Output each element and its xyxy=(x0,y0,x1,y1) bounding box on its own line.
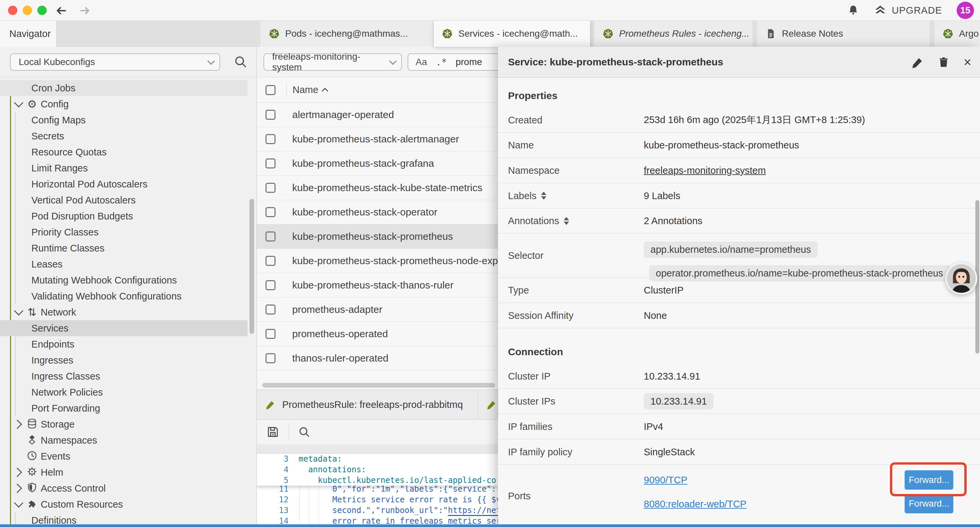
table-row[interactable]: kube-prometheus-stack-alertmanager xyxy=(257,127,498,151)
sidebar-item-secrets[interactable]: Secrets xyxy=(0,128,248,144)
assistant-avatar[interactable] xyxy=(945,263,977,295)
sidebar-item-storage[interactable]: Storage xyxy=(0,416,248,432)
editor-dock-tab-prometheusrule[interactable]: PrometheusRule: freeleaps-prod-rabbitmq xyxy=(257,390,478,419)
sidebar-item-leases[interactable]: Leases xyxy=(0,256,248,272)
chevron-right-icon[interactable] xyxy=(13,420,22,429)
yaml-editor[interactable]: 110","for":"1m","labels":{"service":12Me… xyxy=(257,454,498,525)
sidebar-item-cron-jobs[interactable]: Cron Jobs xyxy=(0,80,248,96)
sidebar-item-ingresses[interactable]: Ingresses xyxy=(0,352,248,368)
kubeconfig-selector[interactable]: Local Kubeconfigs xyxy=(10,53,220,71)
traffic-light-close-icon[interactable] xyxy=(8,6,18,15)
workspace-tab-3[interactable]: Prometheus Rules - icecheng... xyxy=(594,21,753,47)
sidebar-item-custom-resources[interactable]: Custom Resources xyxy=(0,496,248,512)
delete-trash-icon[interactable] xyxy=(938,56,950,68)
regex-icon[interactable]: .* xyxy=(436,57,447,68)
sidebar-item-runtime-classes[interactable]: Runtime Classes xyxy=(0,240,248,256)
select-all-checkbox[interactable] xyxy=(266,85,275,95)
sidebar-item-helm[interactable]: Helm xyxy=(0,464,248,480)
namespace-link[interactable]: freeleaps-monitoring-system xyxy=(644,165,766,176)
sidebar-item-mutating-webhook-configurations[interactable]: Mutating Webhook Configurations xyxy=(0,272,248,288)
name-column-header[interactable]: Name xyxy=(293,84,328,96)
table-row[interactable]: thanos-ruler-operated xyxy=(257,346,498,371)
close-icon[interactable]: × xyxy=(964,55,971,70)
sidebar-item-ingress-classes[interactable]: Ingress Classes xyxy=(0,368,248,384)
chevron-down-icon[interactable] xyxy=(14,498,23,508)
sidebar-item-network[interactable]: ⇅Network xyxy=(0,304,248,320)
sidebar-item-port-forwarding[interactable]: Port Forwarding xyxy=(0,400,248,416)
workspace-tab-4[interactable]: Release Notes xyxy=(757,21,930,47)
service-name-cell: kube-prometheus-stack-kube-state-metrics xyxy=(292,182,482,193)
workspace-tab-2[interactable]: Services - icecheng@math...× xyxy=(434,21,590,47)
row-checkbox[interactable] xyxy=(266,256,275,266)
traffic-light-minimize-icon[interactable] xyxy=(23,6,32,15)
upgrade-button[interactable]: UPGRADE xyxy=(874,4,942,17)
row-checkbox[interactable] xyxy=(266,329,275,339)
sidebar-item-limit-ranges[interactable]: Limit Ranges xyxy=(0,160,248,176)
editor-search-icon[interactable] xyxy=(298,426,310,438)
traffic-light-zoom-icon[interactable] xyxy=(37,6,47,15)
sidebar-item-network-policies[interactable]: Network Policies xyxy=(0,384,248,400)
table-row[interactable]: kube-prometheus-stack-prometheus xyxy=(257,224,498,249)
sidebar-item-endpoints[interactable]: Endpoints xyxy=(0,336,248,352)
table-row[interactable]: prometheus-adapter xyxy=(257,298,498,322)
chevron-down-icon[interactable] xyxy=(14,98,23,107)
save-icon[interactable] xyxy=(266,425,280,439)
row-checkbox[interactable] xyxy=(266,183,275,193)
sort-updown-icon[interactable] xyxy=(541,192,546,200)
table-row[interactable]: kube-prometheus-stack-prometheus-node-ex… xyxy=(257,249,498,273)
workspace-tab-5[interactable]: Argo Se xyxy=(934,21,980,47)
sidebar-search-icon[interactable] xyxy=(234,55,248,69)
sidebar-item-vertical-pod-autoscalers[interactable]: Vertical Pod Autoscalers xyxy=(0,192,248,208)
table-row[interactable]: prometheus-operated xyxy=(257,322,498,346)
edit-pencil-icon[interactable] xyxy=(912,56,924,68)
namespace-selector[interactable]: freeleaps-monitoring-system xyxy=(264,53,402,71)
row-checkbox[interactable] xyxy=(266,134,275,144)
sidebar-scrollbar[interactable] xyxy=(250,199,254,334)
kubeconfig-selector-value: Local Kubeconfigs xyxy=(19,57,95,67)
services-search-input[interactable]: Aa .* prome xyxy=(407,53,498,71)
forward-button[interactable] xyxy=(77,3,92,18)
sidebar-item-pod-disruption-budgets[interactable]: Pod Disruption Budgets xyxy=(0,208,248,224)
notifications-bell-icon[interactable] xyxy=(847,4,859,16)
row-checkbox[interactable] xyxy=(266,158,275,169)
table-row[interactable]: kube-prometheus-stack-grafana xyxy=(257,151,498,176)
tab-close-icon[interactable]: × xyxy=(589,28,590,39)
sidebar-item-services[interactable]: Services xyxy=(0,320,248,336)
table-row[interactable]: kube-prometheus-stack-thanos-ruler xyxy=(257,273,498,298)
row-checkbox[interactable] xyxy=(266,231,275,242)
table-row[interactable]: alertmanager-operated xyxy=(257,103,498,127)
sidebar-item-config-maps[interactable]: Config Maps xyxy=(0,112,248,128)
chevron-right-icon[interactable] xyxy=(13,468,22,477)
match-case-icon[interactable]: Aa xyxy=(415,57,427,67)
table-row[interactable]: kube-prometheus-stack-operator xyxy=(257,200,498,224)
chevron-down-icon[interactable] xyxy=(14,306,23,315)
navigator-panel-tab[interactable]: Navigator xyxy=(0,21,56,47)
row-checkbox[interactable] xyxy=(266,353,275,363)
row-checkbox[interactable] xyxy=(266,280,275,290)
row-checkbox[interactable] xyxy=(266,110,275,120)
sidebar-item-validating-webhook-configurations[interactable]: Validating Webhook Configurations xyxy=(0,288,248,304)
table-horizontal-scrollbar[interactable] xyxy=(262,383,495,388)
sidebar-item-namespaces[interactable]: Namespaces xyxy=(0,432,248,448)
sidebar-item-resource-quotas[interactable]: Resource Quotas xyxy=(0,144,248,160)
service-name-cell: kube-prometheus-stack-alertmanager xyxy=(292,134,459,145)
service-name-cell: prometheus-operated xyxy=(292,328,388,339)
table-row[interactable]: kube-prometheus-stack-kube-state-metrics xyxy=(257,176,498,200)
chevron-right-icon[interactable] xyxy=(13,484,22,493)
sidebar-item-config[interactable]: ⚙Config xyxy=(0,96,248,112)
back-button[interactable] xyxy=(54,3,69,18)
sidebar-item-horizontal-pod-autoscalers[interactable]: Horizontal Pod Autoscalers xyxy=(0,176,248,192)
editor-dock-tab-next[interactable] xyxy=(478,390,498,419)
forward-button[interactable]: Forward... xyxy=(905,494,953,513)
row-checkbox[interactable] xyxy=(266,207,275,217)
port-link[interactable]: 8080:reloader-web/TCP xyxy=(644,497,746,511)
sidebar-item-events[interactable]: Events xyxy=(0,448,248,464)
workspace-tab-1[interactable]: Pods - icecheng@mathmas... xyxy=(261,21,434,47)
port-link[interactable]: 9090/TCP xyxy=(644,473,746,487)
tab-label: Argo Se xyxy=(959,29,980,39)
sidebar-item-access-control[interactable]: Access Control xyxy=(0,480,248,496)
sort-updown-icon[interactable] xyxy=(564,217,569,225)
notification-count-badge[interactable]: 15 xyxy=(957,2,974,19)
row-checkbox[interactable] xyxy=(266,304,275,315)
sidebar-item-priority-classes[interactable]: Priority Classes xyxy=(0,224,248,240)
